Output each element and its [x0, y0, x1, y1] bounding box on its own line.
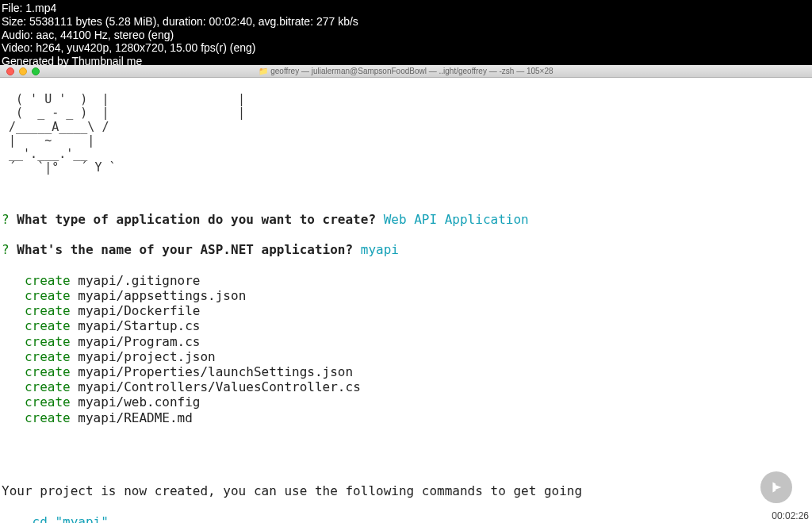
overlay-video: Video: h264, yuv420p, 1280x720, 15.00 fp… [2, 41, 358, 55]
overlay-size: Size: 5538111 bytes (5.28 MiB), duration… [2, 15, 358, 29]
media-overlay: File: 1.mp4 Size: 5538111 bytes (5.28 Mi… [0, 0, 360, 70]
video-timestamp: 00:02:26 [772, 510, 809, 521]
prompt-line-2: ? What's the name of your ASP.NET applic… [2, 242, 810, 257]
create-row: create myapi/Startup.cs [2, 318, 810, 333]
create-row: create myapi/README.md [2, 410, 810, 425]
create-row: create myapi/Dockerfile [2, 303, 810, 318]
create-list: create myapi/.gitignore create myapi/app… [2, 273, 810, 425]
prompt-line-1: ? What type of application do you want t… [2, 212, 810, 227]
ascii-art: ( ' U ' ) | | ( _ - _ ) | | /_____A____\… [2, 93, 810, 175]
terminal-window: 📁 geoffrey — julialerman@SampsonFoodBowl… [0, 65, 812, 523]
cmd-cd: cd "myapi" [2, 514, 810, 523]
create-row: create myapi/web.config [2, 394, 810, 410]
overlay-audio: Audio: aac, 44100 Hz, stereo (eng) [2, 29, 358, 42]
play-icon [768, 479, 785, 496]
overlay-file: File: 1.mp4 [2, 2, 358, 15]
create-row: create myapi/appsettings.json [2, 288, 810, 303]
terminal-body[interactable]: ( ' U ' ) | | ( _ - _ ) | | /_____A____\… [0, 78, 812, 523]
create-row: create myapi/Program.cs [2, 334, 810, 349]
create-row: create myapi/Controllers/ValuesControlle… [2, 379, 810, 394]
create-row: create myapi/project.json [2, 349, 810, 364]
create-row: create myapi/.gitignore [2, 273, 810, 288]
play-button[interactable] [760, 471, 792, 503]
completion-message: Your project is now created, you can use… [2, 483, 810, 498]
overlay-generated: Generated by Thumbnail me [2, 55, 358, 68]
create-row: create myapi/Properties/launchSettings.j… [2, 364, 810, 379]
